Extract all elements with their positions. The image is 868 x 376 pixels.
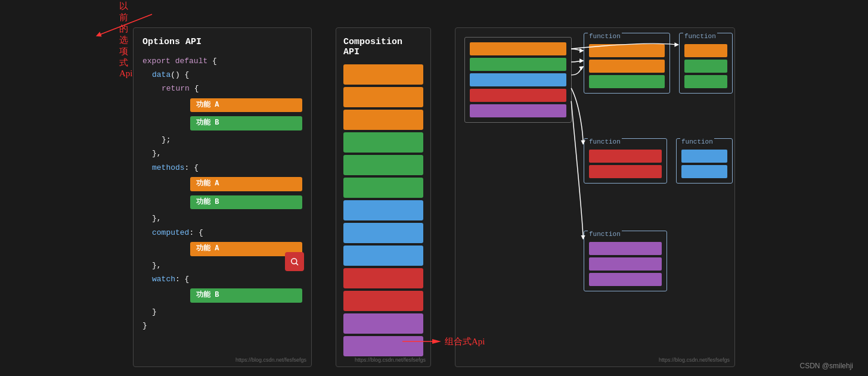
svg-line-0 xyxy=(98,14,152,35)
bar-8 xyxy=(343,223,423,243)
function-box-1: function xyxy=(584,33,670,94)
bar-4 xyxy=(343,132,423,153)
watermark-mid: https://blog.csdn.net/fesfsefgs xyxy=(355,357,426,363)
main-bar-red xyxy=(470,89,566,102)
watermark-left: https://blog.csdn.net/fesfsefgs xyxy=(235,357,306,363)
function-box-2: function xyxy=(679,33,733,94)
bar-3 xyxy=(343,110,423,130)
func-bars-5 xyxy=(589,242,662,286)
bar-10 xyxy=(343,268,423,288)
svg-point-1 xyxy=(292,258,297,263)
func-bars-1 xyxy=(589,44,665,88)
methods-tags: 功能 A 功能 B xyxy=(142,176,302,210)
tag-feature-a-data: 功能 A xyxy=(190,98,302,113)
tag-feature-b-data: 功能 B xyxy=(190,116,302,130)
composition-panel: Composition API https://blog.csdn.net/fe… xyxy=(336,27,431,367)
main-bar-blue xyxy=(470,73,566,86)
func-bars-4 xyxy=(681,150,727,178)
svg-line-2 xyxy=(296,263,298,265)
main-bar-green xyxy=(470,58,566,71)
search-button[interactable] xyxy=(285,252,304,271)
main-bar-purple xyxy=(470,104,566,117)
bar-7 xyxy=(343,200,423,220)
bar-6 xyxy=(343,178,423,198)
code-line-10: watch : { xyxy=(142,272,302,286)
func-bars-3 xyxy=(589,150,662,178)
right-panel: function function function xyxy=(455,27,735,367)
main-container: 以前的选项式Api Options API export default { d… xyxy=(0,0,868,376)
bar-5 xyxy=(343,155,423,175)
func-label-2: function xyxy=(683,33,717,40)
bar-2 xyxy=(343,87,423,107)
bar-12 xyxy=(343,313,423,334)
code-line-1: export default { xyxy=(142,54,302,68)
code-line-3: return { xyxy=(142,82,302,95)
func-bars-2 xyxy=(684,44,727,88)
main-bar-orange xyxy=(470,42,566,55)
code-line-6: methods : { xyxy=(142,161,302,175)
bar-9 xyxy=(343,246,423,266)
code-line-8: computed : { xyxy=(142,226,302,240)
computed-tags: 功能 A xyxy=(142,241,302,257)
main-component-box xyxy=(464,37,572,123)
function-box-5: function xyxy=(584,231,667,291)
tag-feature-b-methods: 功能 B xyxy=(190,195,302,210)
csdn-label: CSDN @smilehji xyxy=(799,362,853,370)
func-label-1: function xyxy=(588,33,622,40)
options-panel-title: Options API xyxy=(142,37,302,47)
options-code-block: export default { data () { return { 功能 A… xyxy=(142,54,302,333)
code-line-12: } xyxy=(142,319,302,333)
tag-feature-a-methods: 功能 A xyxy=(190,177,302,191)
composition-panel-title: Composition API xyxy=(343,37,423,57)
options-panel: Options API export default { data () { r… xyxy=(133,27,312,367)
tag-feature-b-watch: 功能 B xyxy=(190,288,302,303)
watch-tags: 功能 B xyxy=(142,287,302,304)
code-line-9: }, xyxy=(142,259,302,272)
code-line-11: } xyxy=(142,305,302,319)
func-label-4: function xyxy=(680,138,714,145)
function-box-3: function xyxy=(584,138,667,184)
func-label-3: function xyxy=(588,138,622,145)
code-line-7: }, xyxy=(142,212,302,225)
bar-11 xyxy=(343,291,423,311)
composition-bars xyxy=(343,64,423,356)
code-line-5: }, xyxy=(142,147,302,160)
svg-marker-3 xyxy=(432,339,441,344)
watermark-right: https://blog.csdn.net/fesfsefgs xyxy=(659,357,730,363)
bar-1 xyxy=(343,64,423,85)
search-icon xyxy=(289,256,300,267)
func-label-5: function xyxy=(588,231,622,238)
function-box-4: function xyxy=(676,138,733,184)
code-line-2: data () { xyxy=(142,68,302,82)
data-tags: 功能 A 功能 B xyxy=(142,97,302,132)
annotation-bottom: 组合式Api xyxy=(445,336,485,347)
code-line-4: }; xyxy=(142,133,302,147)
